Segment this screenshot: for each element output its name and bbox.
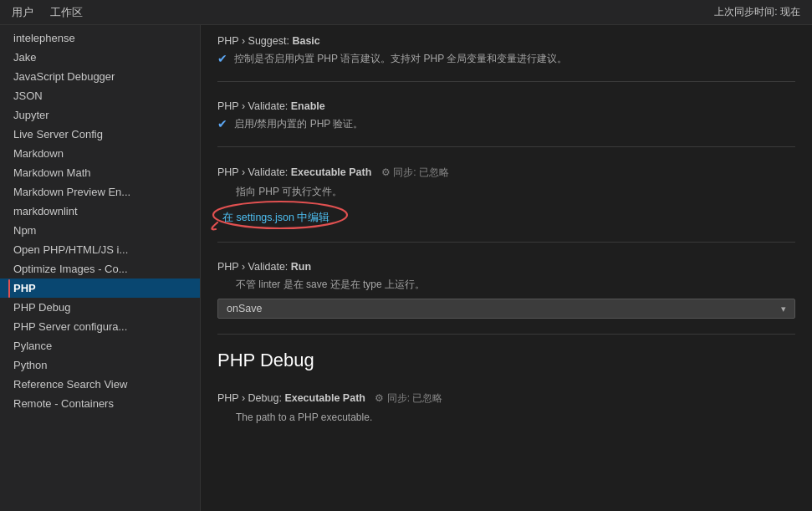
sidebar-item-optimize-images[interactable]: Optimize Images - Co... bbox=[0, 259, 200, 278]
setting-validate-enable-title: PHP › Validate: Enable bbox=[217, 100, 795, 112]
php-debug-section-heading: PHP Debug bbox=[217, 350, 795, 371]
sidebar-item-jupyter[interactable]: Jupyter bbox=[0, 105, 200, 125]
sidebar-item-intelephense[interactable]: intelephense bbox=[0, 28, 200, 48]
sidebar-item-php-debug[interactable]: PHP Debug bbox=[0, 298, 200, 317]
setting-validate-exec-path-desc: 指向 PHP 可执行文件。 bbox=[217, 184, 795, 199]
tab-user[interactable]: 用户 bbox=[12, 5, 33, 20]
checkmark-icon: ✔ bbox=[217, 52, 227, 65]
main-content: intelephense Jake JavaScript Debugger JS… bbox=[0, 25, 812, 511]
setting-validate-run: PHP › Validate: Run 不管 linter 是在 save 还是… bbox=[217, 251, 795, 319]
sidebar-item-markdown[interactable]: Markdown bbox=[0, 144, 200, 163]
sidebar-item-markdownlint[interactable]: markdownlint bbox=[0, 202, 200, 221]
setting-suggest-basic: PHP › Suggest: Basic ✔ 控制是否启用内置 PHP 语言建议… bbox=[217, 25, 795, 66]
sidebar-item-npm[interactable]: Npm bbox=[0, 221, 200, 240]
sidebar-item-reference-search-view[interactable]: Reference Search View bbox=[0, 375, 200, 394]
setting-debug-exec-path: PHP › Debug: Executable Path ⚙ 同步: 已忽略 T… bbox=[217, 381, 795, 425]
sync-label-exec-path: ⚙ 同步: 已忽略 bbox=[381, 166, 449, 178]
sidebar: intelephense Jake JavaScript Debugger JS… bbox=[0, 25, 201, 511]
setting-debug-exec-path-desc: The path to a PHP executable. bbox=[217, 410, 795, 425]
setting-validate-run-title: PHP › Validate: Run bbox=[217, 261, 795, 273]
sidebar-item-php-server-config[interactable]: PHP Server configura... bbox=[0, 317, 200, 336]
sidebar-item-remote-containers[interactable]: Remote - Containers bbox=[0, 394, 200, 413]
dropdown-row: onSave ▾ bbox=[217, 299, 795, 319]
setting-validate-exec-path: PHP › Validate: Executable Path ⚙ 同步: 已忽… bbox=[217, 156, 795, 227]
edit-in-settings-wrapper: 在 settings.json 中编辑 bbox=[217, 204, 335, 227]
sidebar-item-javascript-debugger[interactable]: JavaScript Debugger bbox=[0, 67, 200, 86]
dropdown-arrow-icon: ▾ bbox=[781, 304, 786, 314]
setting-validate-run-desc: 不管 linter 是在 save 还是在 type 上运行。 bbox=[217, 277, 795, 292]
sync-label-debug-exec-path: ⚙ 同步: 已忽略 bbox=[375, 392, 442, 404]
setting-validate-enable-check-row: ✔ 启用/禁用内置的 PHP 验证。 bbox=[217, 116, 795, 131]
divider-1 bbox=[217, 81, 795, 82]
tab-workspace[interactable]: 工作区 bbox=[50, 5, 83, 20]
sidebar-item-markdown-preview-en[interactable]: Markdown Preview En... bbox=[0, 182, 200, 202]
setting-suggest-basic-title: PHP › Suggest: Basic bbox=[217, 35, 795, 47]
sidebar-php-wrapper: PHP bbox=[0, 278, 200, 298]
dropdown-value: onSave bbox=[227, 303, 262, 314]
setting-validate-exec-path-title: PHP › Validate: Executable Path ⚙ 同步: 已忽… bbox=[217, 166, 795, 180]
setting-suggest-basic-desc: 控制是否启用内置 PHP 语言建议。支持对 PHP 全局变量和变量进行建议。 bbox=[234, 51, 567, 66]
validate-run-dropdown[interactable]: onSave ▾ bbox=[217, 299, 795, 319]
sidebar-item-live-server-config[interactable]: Live Server Config bbox=[0, 125, 200, 144]
sidebar-item-open-php[interactable]: Open PHP/HTML/JS i... bbox=[0, 240, 200, 259]
divider-2 bbox=[217, 146, 795, 147]
sidebar-item-pylance[interactable]: Pylance bbox=[0, 336, 200, 355]
setting-validate-enable: PHP › Validate: Enable ✔ 启用/禁用内置的 PHP 验证… bbox=[217, 90, 795, 131]
sidebar-item-python[interactable]: Python bbox=[0, 355, 200, 375]
edit-in-settings-link[interactable]: 在 settings.json 中编辑 bbox=[217, 209, 335, 227]
top-bar: 用户 工作区 上次同步时间: 现在 bbox=[0, 0, 812, 25]
setting-validate-enable-desc: 启用/禁用内置的 PHP 验证。 bbox=[234, 116, 363, 131]
divider-4 bbox=[217, 334, 795, 335]
sidebar-item-php[interactable]: PHP bbox=[0, 278, 200, 298]
setting-debug-exec-path-title: PHP › Debug: Executable Path ⚙ 同步: 已忽略 bbox=[217, 391, 795, 406]
sidebar-item-jake[interactable]: Jake bbox=[0, 48, 200, 67]
sidebar-item-markdown-math[interactable]: Markdown Math bbox=[0, 163, 200, 182]
right-panel: PHP › Suggest: Basic ✔ 控制是否启用内置 PHP 语言建议… bbox=[201, 25, 812, 511]
sync-status: 上次同步时间: 现在 bbox=[714, 5, 800, 19]
divider-3 bbox=[217, 242, 795, 243]
checkmark-icon-2: ✔ bbox=[217, 117, 227, 130]
sidebar-item-json[interactable]: JSON bbox=[0, 86, 200, 105]
top-bar-tabs: 用户 工作区 bbox=[12, 5, 83, 20]
setting-suggest-basic-check-row: ✔ 控制是否启用内置 PHP 语言建议。支持对 PHP 全局变量和变量进行建议。 bbox=[217, 51, 795, 66]
